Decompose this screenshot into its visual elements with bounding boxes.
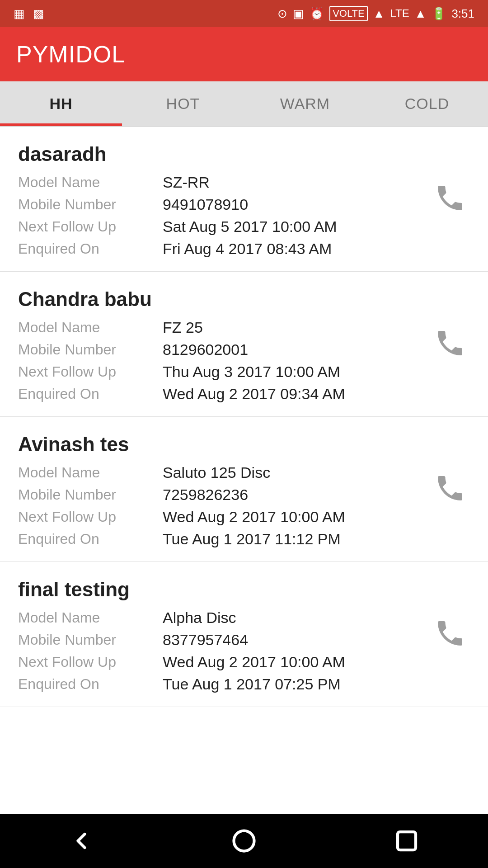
lte-icon: LTE [390,7,409,20]
field-followup-4: Next Follow Up Wed Aug 2 2017 10:00 AM [18,653,470,671]
recent-button[interactable] [393,827,420,854]
field-enquired-1: Enquired On Fri Aug 4 2017 08:43 AM [18,240,470,258]
followup-value-1: Sat Aug 5 2017 10:00 AM [163,218,337,236]
enquired-value-4: Tue Aug 1 2017 07:25 PM [163,675,341,693]
customer-name-1: dasaradh [18,143,470,165]
model-value-2: FZ 25 [163,319,203,336]
field-mobile-1: Mobile Number 9491078910 [18,196,470,213]
customer-name-4: final testing [18,578,470,601]
mobile-label-3: Mobile Number [18,486,163,503]
status-icons-left: ▦ ▩ [14,7,44,21]
model-label-3: Model Name [18,464,163,481]
status-bar: ▦ ▩ ⊙ ▣ ⏰ VOLTE ▲ LTE ▲ 🔋 3:51 [0,0,488,27]
mobile-value-4: 8377957464 [163,631,248,649]
photo-icon: ▦ [14,7,25,21]
customer-fields-3: Model Name Saluto 125 Disc Mobile Number… [18,464,470,548]
field-model-2: Model Name FZ 25 [18,319,470,336]
battery-icon: 🔋 [432,7,446,21]
phone-button-2[interactable] [434,327,466,361]
followup-label-1: Next Follow Up [18,218,163,235]
bottom-navigation [0,814,488,868]
enquired-value-2: Wed Aug 2 2017 09:34 AM [163,385,345,403]
back-button[interactable] [68,827,95,854]
followup-value-2: Thu Aug 3 2017 10:00 AM [163,363,340,381]
enquired-label-2: Enquired On [18,386,163,402]
model-value-4: Alpha Disc [163,609,236,627]
home-button[interactable] [230,827,258,854]
field-mobile-3: Mobile Number 7259826236 [18,486,470,504]
enquired-label-3: Enquired On [18,531,163,547]
mobile-label-4: Mobile Number [18,632,163,648]
followup-label-3: Next Follow Up [18,509,163,525]
customer-list: dasaradh Model Name SZ-RR Mobile Number … [0,127,488,814]
enquired-value-1: Fri Aug 4 2017 08:43 AM [163,240,332,258]
field-followup-2: Next Follow Up Thu Aug 3 2017 10:00 AM [18,363,470,381]
back-icon [68,827,95,854]
customer-fields-1: Model Name SZ-RR Mobile Number 949107891… [18,174,470,258]
field-enquired-3: Enquired On Tue Aug 1 2017 11:12 PM [18,530,470,548]
mobile-value-1: 9491078910 [163,196,248,213]
recent-icon [393,827,420,854]
customer-card-4: final testing Model Name Alpha Disc Mobi… [0,562,488,707]
mobile-value-3: 7259826236 [163,486,248,504]
tab-bar: HH HOT WARM COLD [0,81,488,127]
mobile-value-2: 8129602001 [163,341,248,359]
field-mobile-2: Mobile Number 8129602001 [18,341,470,359]
model-value-1: SZ-RR [163,174,210,191]
vibrate-icon: ▣ [293,7,304,21]
customer-card-2: Chandra babu Model Name FZ 25 Mobile Num… [0,272,488,417]
field-model-4: Model Name Alpha Disc [18,609,470,627]
field-followup-3: Next Follow Up Wed Aug 2 2017 10:00 AM [18,508,470,526]
customer-name-3: Avinash tes [18,433,470,456]
tab-hh[interactable]: HH [0,81,122,126]
field-enquired-4: Enquired On Tue Aug 1 2017 07:25 PM [18,675,470,693]
enquired-value-3: Tue Aug 1 2017 11:12 PM [163,530,341,548]
phone-icon-2 [434,327,466,359]
phone-button-3[interactable] [434,472,466,506]
home-icon [230,827,258,854]
app-bar: PYMIDOL [0,27,488,81]
app-title: PYMIDOL [16,41,125,68]
phone-button-1[interactable] [434,182,466,216]
customer-fields-2: Model Name FZ 25 Mobile Number 812960200… [18,319,470,403]
followup-value-3: Wed Aug 2 2017 10:00 AM [163,508,345,526]
svg-point-0 [234,831,254,851]
hotspot-icon: ⊙ [277,7,287,21]
customer-card-1: dasaradh Model Name SZ-RR Mobile Number … [0,127,488,272]
volte-icon: VOLTE [329,6,368,21]
followup-label-2: Next Follow Up [18,363,163,380]
field-enquired-2: Enquired On Wed Aug 2 2017 09:34 AM [18,385,470,403]
model-label-1: Model Name [18,174,163,191]
field-model-3: Model Name Saluto 125 Disc [18,464,470,481]
mobile-label-2: Mobile Number [18,341,163,358]
enquired-label-1: Enquired On [18,241,163,257]
signal2-icon: ▲ [415,7,427,21]
phone-icon-1 [434,182,466,214]
model-value-3: Saluto 125 Disc [163,464,270,481]
notification-icon: ▩ [33,7,44,21]
field-followup-1: Next Follow Up Sat Aug 5 2017 10:00 AM [18,218,470,236]
status-icons-right: ⊙ ▣ ⏰ VOLTE ▲ LTE ▲ 🔋 3:51 [277,6,474,21]
signal-icon: ▲ [373,7,385,21]
svg-rect-1 [398,832,416,850]
tab-warm[interactable]: WARM [244,81,366,126]
alarm-icon: ⏰ [310,7,324,21]
tab-cold[interactable]: COLD [366,81,488,126]
mobile-label-1: Mobile Number [18,196,163,213]
field-model-1: Model Name SZ-RR [18,174,470,191]
phone-icon-4 [434,617,466,650]
enquired-label-4: Enquired On [18,676,163,693]
customer-name-2: Chandra babu [18,288,470,311]
followup-value-4: Wed Aug 2 2017 10:00 AM [163,653,345,671]
field-mobile-4: Mobile Number 8377957464 [18,631,470,649]
customer-fields-4: Model Name Alpha Disc Mobile Number 8377… [18,609,470,693]
customer-card-3: Avinash tes Model Name Saluto 125 Disc M… [0,417,488,562]
followup-label-4: Next Follow Up [18,654,163,670]
tab-hot[interactable]: HOT [122,81,244,126]
time-display: 3:51 [451,7,474,21]
phone-button-4[interactable] [434,617,466,651]
model-label-2: Model Name [18,319,163,336]
model-label-4: Model Name [18,609,163,626]
phone-icon-3 [434,472,466,505]
